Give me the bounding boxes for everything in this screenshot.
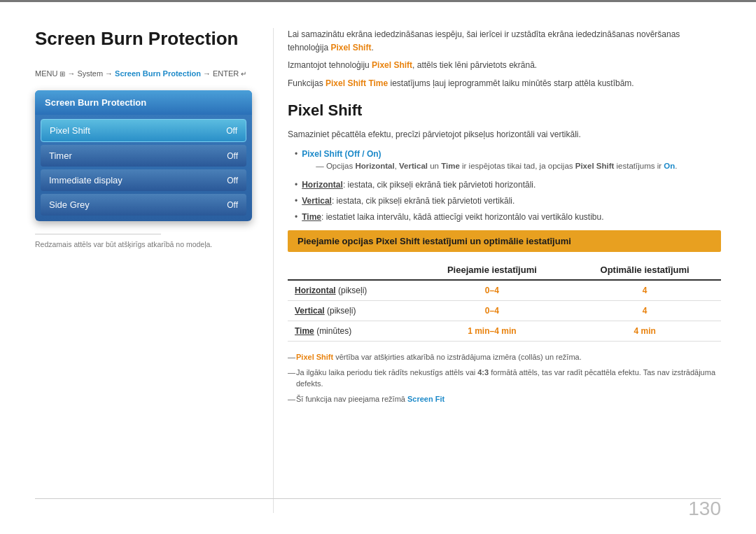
sub-hl-time: Time [441, 162, 460, 170]
table-cell-label-1: Vertical (pikseļi) [288, 301, 415, 321]
table-cell-col2-1: 0–4 [415, 301, 568, 321]
breadcrumb-arrow1: → [67, 69, 75, 78]
page-title: Screen Burn Protection [35, 28, 252, 55]
table-header-2: Optimālie iestatījumi [568, 260, 721, 280]
bullet-4-hl: Time [302, 212, 321, 222]
sub-hl-horizontal: Horizontal [355, 162, 394, 170]
breadcrumb: MENU ⊞ → System → Screen Burn Protection… [35, 69, 252, 78]
breadcrumb-system: System [77, 69, 103, 78]
bottom-rule [35, 498, 721, 499]
table-cell-label-2: Time (minūtes) [288, 321, 415, 342]
footnote-bottom-1: Pixel Shift vērtība var atšķirties atkar… [288, 351, 721, 363]
menu-item-side-grey[interactable]: Side Grey Off [41, 194, 246, 216]
page-number: 130 [688, 498, 721, 520]
section-desc: Samaziniet pēcattēla efektu, precīzi pār… [288, 128, 721, 141]
bullet-3-content: Vertical: iestata, cik pikseļi ekrānā ti… [302, 195, 514, 207]
row-label-0: Horizontal [295, 286, 336, 295]
bullet-2-hl: Horizontal [302, 180, 343, 190]
immediate-display-label: Immediate display [49, 175, 122, 185]
menu-box-header: Screen Burn Protection [35, 90, 252, 115]
bullet-dot-4: • [295, 211, 298, 223]
bullet-4: • Time: iestatiet laika intervālu, kādā … [295, 211, 721, 223]
breadcrumb-arrow3: → [203, 69, 211, 78]
intro-paragraph-2: Izmantojot tehnoloģiju Pixel Shift, attē… [288, 59, 721, 72]
table-cell-label-0: Horizontal (pikseļi) [288, 280, 415, 301]
bullet-3-hl: Vertical [302, 196, 332, 206]
menu-item-immediate-display[interactable]: Immediate display Off [41, 169, 246, 191]
bullet-2: • Horizontal: iestata, cik pikseļi ekrān… [295, 178, 721, 191]
breadcrumb-enter: ENTER [213, 69, 239, 78]
bullet-3: • Vertical: iestata, cik pikseļi ekrānā … [295, 195, 721, 207]
intro-highlight-3: Pixel Shift Time [326, 78, 388, 88]
pixel-shift-value: Off [226, 126, 237, 136]
bullet-1: • Pixel Shift (Off / On) ― Opcijas Horiz… [295, 148, 721, 175]
menu-item-timer[interactable]: Timer Off [41, 145, 246, 167]
row-col2-2: 1 min–4 min [468, 326, 516, 336]
menu-box: Screen Burn Protection Pixel Shift Off T… [35, 90, 252, 221]
table-row: Vertical (pikseļi) 0–4 4 [288, 301, 721, 321]
bullet-list: • Pixel Shift (Off / On) ― Opcijas Horiz… [295, 148, 721, 223]
breadcrumb-highlight: Screen Burn Protection [115, 69, 201, 78]
side-grey-label: Side Grey [49, 199, 90, 210]
bullet-2-content: Horizontal: iestata, cik pikseļi ekrānā … [302, 178, 536, 191]
breadcrumb-arrow2: → [105, 69, 113, 78]
table-cell-col3-1: 4 [568, 301, 721, 321]
bullet-4-content: Time: iestatiet laika intervālu, kādā at… [302, 211, 603, 223]
footnote-hl-3: Screen Fit [407, 395, 444, 403]
sub-bullet-1: ― Opcijas Horizontal, Vertical un Time i… [316, 160, 677, 172]
footnotes-bottom: Pixel Shift vērtība var atšķirties atkar… [288, 351, 721, 405]
breadcrumb-menu: MENU [35, 69, 57, 78]
intro-paragraph-1: Lai samazinātu ekrāna iededzināšanas ies… [288, 28, 721, 55]
sub-hl-vertical: Vertical [399, 162, 428, 170]
side-grey-value: Off [227, 200, 238, 210]
sub-hl-on: On [664, 162, 675, 170]
row-col3-2: 4 min [634, 326, 655, 336]
table-header-0 [288, 260, 415, 280]
table-cell-col3-2: 4 min [568, 321, 721, 342]
bullet-1-content: Pixel Shift (Off / On) ― Opcijas Horizon… [302, 148, 677, 175]
menu-items: Pixel Shift Off Timer Off Immediate disp… [35, 115, 252, 221]
intro-paragraph-3: Funkcijas Pixel Shift Time iestatījums ļ… [288, 77, 721, 90]
footnote-divider [35, 234, 161, 234]
timer-label: Timer [49, 150, 72, 161]
row-col3-0: 4 [643, 286, 648, 295]
row-col2-1: 0–4 [485, 306, 499, 316]
table-row: Time (minūtes) 1 min–4 min 4 min [288, 321, 721, 342]
pixel-shift-title: Pixel Shift [288, 101, 721, 120]
row-label-2: Time [295, 326, 314, 336]
pixel-shift-label: Pixel Shift [50, 125, 90, 136]
table-cell-col2-2: 1 min–4 min [415, 321, 568, 342]
table-row: Horizontal (pikseļi) 0–4 4 [288, 280, 721, 301]
immediate-display-value: Off [227, 176, 238, 185]
table-cell-col2-0: 0–4 [415, 280, 568, 301]
footnote-hl-2: 4:3 [477, 368, 489, 377]
bullet-dot-1: • [295, 148, 298, 175]
left-column: Screen Burn Protection MENU ⊞ → System →… [35, 28, 273, 513]
table-header-1: Pieejamie iestatījumi [415, 260, 568, 280]
settings-table: Pieejamie iestatījumi Optimālie iestatīj… [288, 260, 721, 342]
bullet-1-hl: Pixel Shift (Off / On) [302, 149, 381, 159]
timer-value: Off [227, 151, 238, 161]
footnote-bottom-3: Šī funkcija nav pieejama režīmā Screen F… [288, 393, 721, 405]
footnote-hl-1: Pixel Shift [296, 353, 333, 361]
sub-hl-pixelshift: Pixel Shift [575, 162, 615, 170]
table-cell-col3-0: 4 [568, 280, 721, 301]
right-column: Lai samazinātu ekrāna iededzināšanas ies… [273, 28, 721, 513]
footnote-bottom-2: Ja ilgāku laika periodu tiek rādīts neku… [288, 367, 721, 390]
left-footnote: Redzamais attēls var būt atšķirīgs atkar… [35, 240, 252, 248]
highlight-banner: Pieejamie opcijas Pixel Shift iestatījum… [288, 230, 721, 252]
row-col3-1: 4 [643, 306, 648, 316]
intro-highlight-1: Pixel Shift [330, 43, 371, 52]
row-label-1: Vertical [295, 306, 325, 316]
bullet-dot-3: • [295, 195, 298, 207]
intro-highlight-2: Pixel Shift [372, 60, 412, 70]
row-col2-0: 0–4 [485, 286, 499, 295]
menu-item-pixel-shift[interactable]: Pixel Shift Off [41, 119, 246, 142]
bullet-dot-2: • [295, 178, 298, 191]
top-rule [0, 0, 756, 2]
